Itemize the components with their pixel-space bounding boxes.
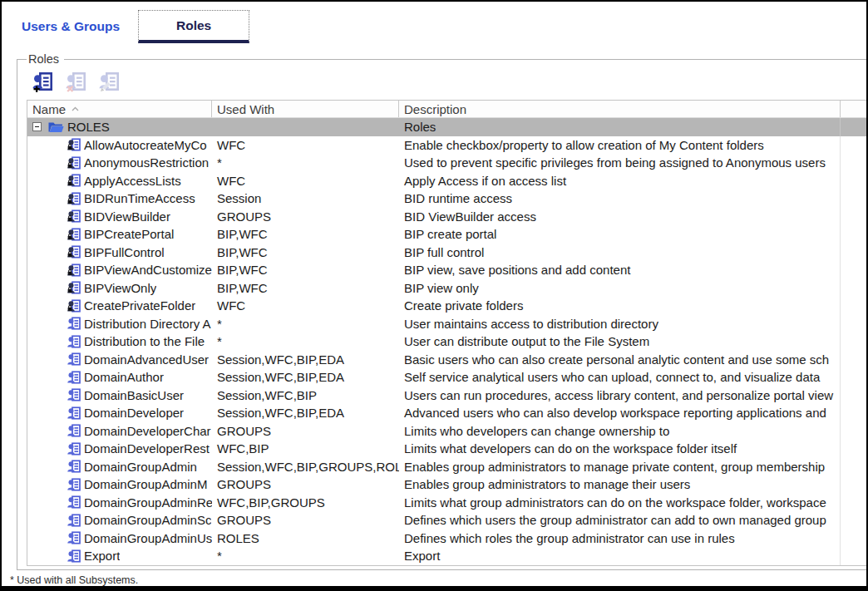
table-row[interactable]: BIPCreatePortalBIP,WFCBIP create portal <box>27 225 868 244</box>
used-with-cell: WFC <box>212 297 399 315</box>
filler-cell <box>841 244 868 262</box>
tab-strip: Users & Groups Roles <box>2 2 866 43</box>
role-icon <box>67 442 81 456</box>
used-with-cell: Session,WFC,BIP,EDA <box>212 404 399 422</box>
filler-cell <box>841 351 868 369</box>
table-row[interactable]: Distribution Directory A*User maintains … <box>27 315 868 333</box>
description-cell: Apply Access if on access list <box>399 172 841 190</box>
table-row[interactable]: DomainAuthorSession,WFC,BIP,EDASelf serv… <box>27 368 868 387</box>
table-row[interactable]: DomainDeveloperRestWFC,BIPLimits what de… <box>27 440 868 458</box>
table-row[interactable]: DomainGroupAdminReWFC,BIP,GROUPSLimits w… <box>27 494 868 512</box>
delete-role-button[interactable] <box>66 71 86 92</box>
edit-role-button[interactable] <box>99 71 120 92</box>
table-row[interactable]: DomainGroupAdminMGROUPSEnables group adm… <box>27 475 868 494</box>
column-header-filler <box>841 101 868 117</box>
add-role-button[interactable] <box>32 71 53 92</box>
role-locked-icon <box>67 299 81 313</box>
description-cell: Enables group administrators to manage p… <box>399 458 841 476</box>
name-cell: BIPViewOnly <box>27 279 212 298</box>
role-icon <box>67 424 81 437</box>
used-with-cell: * <box>212 154 399 172</box>
description-cell: Basic users who can also create personal… <box>399 351 841 369</box>
column-header-used-with[interactable]: Used With <box>212 101 399 117</box>
edit-role-icon <box>99 71 120 92</box>
description-cell: Self service analytical users who can up… <box>399 368 841 387</box>
table-row[interactable]: DomainGroupAdminSession,WFC,BIP,GROUPS,R… <box>27 458 868 476</box>
folder-open-icon <box>48 121 64 133</box>
role-name: DomainAuthor <box>84 370 164 384</box>
filler-cell <box>841 387 868 405</box>
role-locked-icon <box>67 228 81 241</box>
table-row[interactable]: CreatePrivateFolderWFCCreate private fol… <box>27 297 868 315</box>
table-row[interactable]: Export*Export <box>27 547 868 565</box>
table-row[interactable]: DomainGroupAdminScGROUPSDefines which us… <box>27 511 868 529</box>
name-cell: ApplyAccessLists <box>27 172 212 190</box>
roles-toolbar <box>32 71 868 92</box>
name-cell: DomainDeveloperChar <box>27 422 212 441</box>
role-name: DomainGroupAdminRe <box>84 495 212 510</box>
collapse-toggle[interactable] <box>32 122 42 131</box>
name-cell: DomainGroupAdminM <box>27 475 212 494</box>
filler-cell <box>841 225 868 244</box>
column-header-name-label: Name <box>32 102 66 116</box>
table-row[interactable]: BIPFullControlBIP,WFCBIP full control <box>27 244 868 262</box>
filler-cell <box>841 154 868 172</box>
table-row[interactable]: DomainDeveloperSession,WFC,BIP,EDAAdvanc… <box>27 404 868 422</box>
name-cell: BIDRunTimeAccess <box>27 190 212 208</box>
admin-console-window: Users & Groups Roles Roles <box>0 0 868 591</box>
role-icon <box>67 335 81 348</box>
table-row[interactable]: BIPViewOnlyBIP,WFCBIP view only <box>27 279 868 298</box>
column-header-name[interactable]: Name <box>27 101 212 117</box>
table-row[interactable]: DomainBasicUserSession,WFC,BIPUsers can … <box>27 387 868 405</box>
table-row[interactable]: ApplyAccessListsWFCApply Access if on ac… <box>27 172 868 190</box>
used-with-cell: GROUPS <box>212 422 399 441</box>
roles-table-body: ROLESRolesAllowAutocreateMyCoWFCEnable c… <box>27 118 868 565</box>
table-row[interactable]: DomainGroupAdminUsROLESDefines which rol… <box>27 529 868 548</box>
role-name: DomainAdvancedUser <box>84 352 209 367</box>
role-icon <box>67 531 81 544</box>
description-cell: BID runtime access <box>399 190 841 208</box>
role-name: BIPCreatePortal <box>84 227 174 241</box>
role-icon <box>67 495 81 509</box>
used-with-cell: BIP,WFC <box>212 225 399 244</box>
table-row[interactable]: AllowAutocreateMyCoWFCEnable checkbox/pr… <box>27 136 868 155</box>
used-with-cell: BIP,WFC <box>212 279 399 298</box>
tab-users-groups[interactable]: Users & Groups <box>22 19 120 34</box>
table-row[interactable]: BIDViewBuilderGROUPSBID ViewBuilder acce… <box>27 208 868 226</box>
table-row[interactable]: DomainAdvancedUserSession,WFC,BIP,EDABas… <box>27 351 868 369</box>
filler-cell <box>841 172 868 190</box>
role-icon <box>67 388 81 401</box>
role-name: DomainGroupAdminM <box>84 477 207 491</box>
filler-cell <box>841 529 868 548</box>
name-cell: DomainGroupAdminRe <box>27 494 212 512</box>
description-cell: BID ViewBuilder access <box>399 208 841 226</box>
name-cell: Distribution Directory A <box>27 315 212 333</box>
roles-panel: Roles <box>17 52 868 570</box>
used-with-cell: BIP,WFC <box>212 261 399 279</box>
role-icon <box>67 352 81 366</box>
tree-row-roles-folder[interactable]: ROLESRoles <box>27 118 868 136</box>
table-row[interactable]: DomainDeveloperCharGROUPSLimits who deve… <box>27 422 868 441</box>
table-row[interactable]: BIDRunTimeAccessSessionBID runtime acces… <box>27 190 868 208</box>
role-name: BIPViewAndCustomize <box>84 263 212 277</box>
used-with-cell: ROLES <box>212 529 399 548</box>
role-name: CreatePrivateFolder <box>84 298 195 313</box>
role-name: DomainGroupAdmin <box>84 460 197 474</box>
description-cell: User maintains access to distribution di… <box>399 315 841 333</box>
role-locked-icon <box>67 209 81 223</box>
column-header-description[interactable]: Description <box>399 101 841 117</box>
role-icon <box>67 406 81 420</box>
table-row[interactable]: BIPViewAndCustomizeBIP,WFCBIP view, save… <box>27 261 868 279</box>
name-cell: DomainDeveloperRest <box>27 440 212 458</box>
filler-cell <box>841 511 868 529</box>
table-row[interactable]: AnonymousRestriction*Used to prevent spe… <box>27 154 868 172</box>
filler-cell <box>841 547 868 565</box>
used-with-cell: * <box>212 547 399 565</box>
name-cell: DomainBasicUser <box>27 387 212 405</box>
tab-roles[interactable]: Roles <box>138 10 249 43</box>
role-name: ApplyAccessLists <box>84 174 181 188</box>
table-row[interactable]: Distribution to the File*User can distri… <box>27 332 868 351</box>
name-cell: DomainGroupAdmin <box>27 458 212 476</box>
used-with-cell: GROUPS <box>212 475 399 494</box>
used-with-cell: Session,WFC,BIP,EDA <box>212 368 399 387</box>
